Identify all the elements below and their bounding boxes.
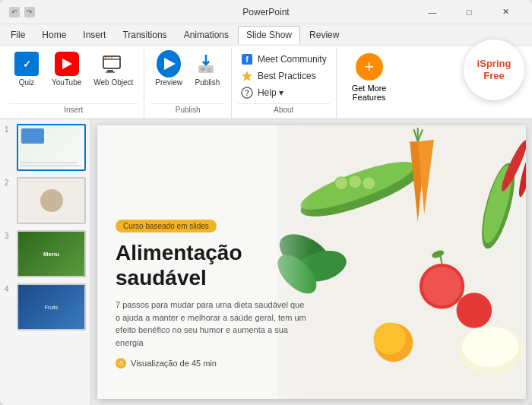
svg-point-6 [111, 57, 112, 59]
slide-preview-3: Menu [17, 230, 86, 277]
veg-svg [277, 125, 526, 399]
slide-title: Alimentação saudável [116, 240, 309, 291]
slide-num-2: 2 [5, 177, 14, 187]
slide-description: 7 passos para mudar para uma dieta saudá… [116, 299, 309, 349]
svg-point-38 [456, 293, 492, 328]
svg-rect-11 [207, 68, 211, 70]
web-svg [101, 52, 125, 76]
menubar: File Home Insert Transitions Animations … [0, 24, 532, 46]
slide-preview-2 [17, 177, 86, 224]
ribbon-about-section: f Meet Community Best Practices [232, 49, 337, 119]
youtube-icon [55, 52, 79, 76]
window-action-buttons: — □ ✕ [415, 0, 523, 24]
preview-icon [157, 52, 181, 76]
get-more-label: Get MoreFeatures [352, 84, 387, 102]
slide-thumb-1[interactable]: 1 [3, 122, 87, 172]
insert-section-label: Insert [9, 103, 138, 115]
menu-review[interactable]: Review [302, 27, 347, 43]
ispring-text: iSpring Free [477, 58, 511, 81]
publish-icon [195, 52, 220, 76]
window-controls: ↶ ↷ [9, 7, 35, 17]
community-icon: f [241, 53, 253, 65]
menu-insert[interactable]: Insert [75, 27, 113, 43]
slide-thumb-4[interactable]: 4 Fruits [3, 282, 87, 332]
svg-point-46 [373, 322, 405, 354]
svg-point-23 [335, 177, 348, 190]
web-object-label: Web Object [93, 78, 133, 87]
undo-button[interactable]: ↶ [9, 7, 20, 17]
yt-play-triangle [62, 59, 72, 69]
maximize-button[interactable]: □ [451, 0, 486, 24]
quiz-icon: ✓ [14, 52, 39, 76]
slide-text-content: Curso baseado em slides Alimentação saud… [116, 218, 309, 369]
slide-num-4: 4 [5, 283, 14, 293]
quiz-label: Quiz [19, 78, 35, 87]
best-practices-label: Best Practices [258, 71, 316, 81]
svg-point-5 [108, 57, 109, 59]
help-svg: ? [241, 87, 253, 99]
svg-point-35 [423, 267, 461, 305]
publish-section-label: Publish [150, 103, 225, 115]
svg-rect-10 [201, 68, 205, 71]
help-icon: ? [241, 87, 253, 99]
menu-animations[interactable]: Animations [176, 27, 236, 43]
quiz-button[interactable]: ✓ Quiz [9, 49, 44, 90]
star-svg [241, 70, 253, 82]
svg-text:?: ? [245, 89, 249, 97]
insert-buttons: ✓ Quiz YouTube [9, 49, 138, 103]
ispring-badge[interactable]: iSpring Free [464, 40, 524, 100]
slide-duration-text: Visualização de 45 min [131, 359, 217, 368]
preview-button[interactable]: Preview [150, 49, 187, 90]
minimize-button[interactable]: — [415, 0, 450, 24]
community-svg: f [241, 53, 253, 65]
youtube-label: YouTube [52, 78, 81, 87]
help-label: Help ▾ [258, 87, 283, 98]
slide-thumb-3[interactable]: 3 Menu [3, 229, 87, 279]
best-practices-item[interactable]: Best Practices [238, 68, 319, 84]
get-more-features-button[interactable]: + Get MoreFeatures [343, 49, 396, 106]
star-icon [241, 70, 253, 82]
titlebar: ↶ ↷ PowerPoint — □ ✕ [0, 0, 532, 24]
menu-slideshow[interactable]: Slide Show [238, 26, 300, 44]
slide-area: Curso baseado em slides Alimentação saud… [91, 119, 532, 405]
plus-icon: + [356, 53, 383, 81]
redo-button[interactable]: ↷ [24, 7, 35, 17]
ispring-line1: iSpring [477, 58, 511, 69]
slide-preview-4: Fruits [17, 283, 86, 331]
about-items: f Meet Community Best Practices [238, 52, 330, 103]
publish-label: Publish [195, 78, 220, 87]
svg-marker-17 [242, 71, 252, 81]
time-dot-icon: ⏱ [116, 358, 126, 369]
ribbon-insert-section: ✓ Quiz YouTube [3, 49, 144, 119]
meet-community-item[interactable]: f Meet Community [238, 52, 330, 67]
meet-community-label: Meet Community [258, 54, 327, 65]
help-item[interactable]: ? Help ▾ [238, 85, 287, 100]
svg-point-24 [349, 176, 362, 188]
slide-thumb-2[interactable]: 2 [3, 176, 87, 226]
slide-num-3: 3 [5, 230, 14, 240]
publish-button[interactable]: Publish [190, 49, 225, 90]
svg-text:✓: ✓ [23, 59, 31, 70]
web-object-icon [101, 52, 125, 76]
main-content: 1 2 3 [0, 119, 532, 405]
slide-content: Curso baseado em slides Alimentação saud… [97, 125, 526, 399]
ribbon-publish-section: Preview Pu [144, 49, 232, 119]
slide-duration: ⏱ Visualização de 45 min [116, 358, 309, 369]
menu-home[interactable]: Home [34, 27, 74, 43]
veg-background [277, 125, 526, 399]
yt-icon-graphic [55, 52, 79, 76]
slide-panel: 1 2 3 [0, 119, 91, 405]
web-object-button[interactable]: Web Object [89, 49, 138, 90]
svg-point-25 [363, 177, 375, 190]
menu-transitions[interactable]: Transitions [115, 27, 174, 43]
quiz-icon-graphic: ✓ [14, 52, 39, 76]
about-section-label: About [238, 103, 330, 115]
menu-file[interactable]: File [3, 27, 33, 43]
slide-preview-1 [17, 124, 86, 171]
svg-text:f: f [245, 55, 249, 64]
youtube-button[interactable]: YouTube [47, 49, 86, 90]
slide-badge: Curso baseado em slides [116, 220, 217, 233]
svg-rect-12 [207, 71, 211, 72]
slide-num-1: 1 [5, 124, 14, 134]
close-button[interactable]: ✕ [488, 0, 523, 24]
